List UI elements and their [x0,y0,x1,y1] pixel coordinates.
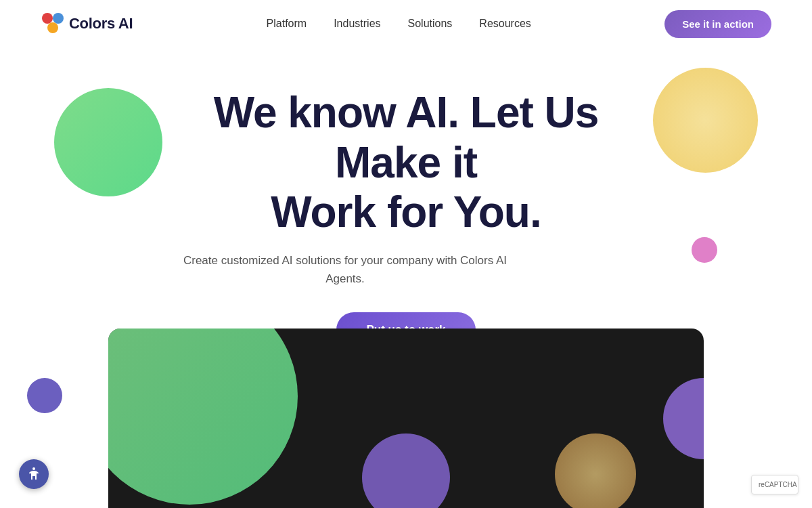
decorative-circle-purple-left [27,378,62,413]
hero-content: We know AI. Let Us Make it Work for You.… [169,88,643,347]
recaptcha-badge: reCAPTCHA [751,475,798,494]
nav-item-resources[interactable]: Resources [479,18,531,30]
navbar: Colors AI Platform Industries Solutions … [0,0,812,47]
preview-section [108,329,704,508]
nav-item-industries[interactable]: Industries [334,18,380,30]
nav-item-solutions[interactable]: Solutions [408,18,453,30]
preview-inner [108,329,704,508]
nav-item-platform[interactable]: Platform [267,18,307,30]
nav-cta-button[interactable]: See it in action [664,10,771,38]
hero-subtitle: Create customized AI solutions for your … [169,251,521,288]
logo[interactable]: Colors AI [41,12,133,36]
svg-point-2 [47,22,58,33]
accessibility-button[interactable] [19,459,49,489]
preview-circle-purple [362,433,450,508]
hero-section: We know AI. Let Us Make it Work for You.… [0,47,812,375]
svg-point-0 [42,13,53,24]
preview-circle-right-edge [663,378,704,459]
svg-point-1 [53,13,64,24]
preview-circle-green [108,329,298,505]
svg-point-3 [32,467,35,470]
hero-title: We know AI. Let Us Make it Work for You. [169,88,643,238]
logo-text: Colors AI [69,15,133,33]
nav-links: Platform Industries Solutions Resources [267,18,531,30]
accessibility-icon [26,466,42,482]
preview-circle-gold [555,433,636,508]
